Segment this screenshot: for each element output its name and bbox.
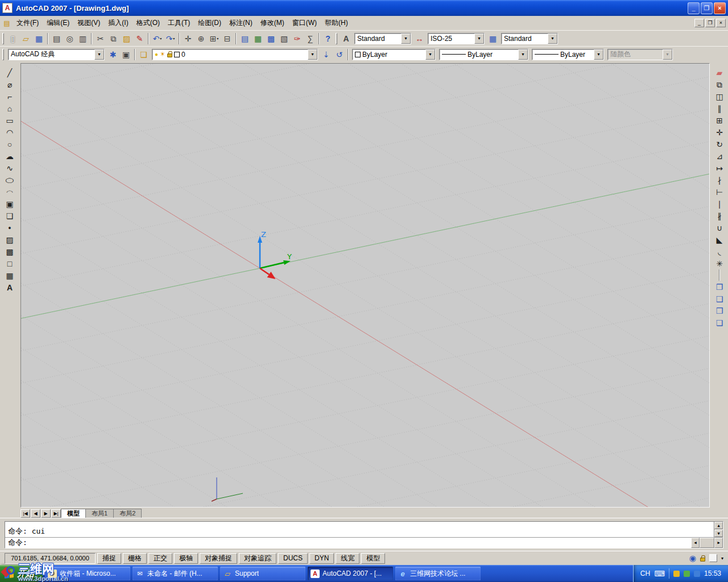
publish-icon[interactable]: ▥	[76, 32, 89, 45]
tray-icon[interactable]	[673, 571, 680, 577]
chamfer-icon[interactable]: ◣	[713, 234, 726, 246]
toolbar-grip[interactable]	[2, 33, 4, 44]
offset-icon[interactable]: ∥	[713, 102, 726, 114]
trim-icon[interactable]: ∤	[713, 174, 726, 186]
table-style-dropdown[interactable]: Standard ▼	[501, 33, 558, 44]
line-icon[interactable]: ╱	[3, 66, 16, 78]
toolbar-lock-icon[interactable]	[700, 558, 705, 562]
tab-first-button[interactable]: |◀	[20, 509, 30, 518]
layer-dropdown[interactable]: ● ☀ 0 ▼	[152, 49, 318, 60]
tab-next-button[interactable]: ▶	[41, 509, 51, 518]
tab-layout1[interactable]: 布局1	[85, 509, 114, 518]
toolbar-grip[interactable]	[2, 49, 4, 60]
table-style-dropdown-arrow[interactable]: ▼	[548, 34, 557, 44]
menu-modify[interactable]: 修改(M)	[257, 16, 288, 30]
arc-icon[interactable]: ◠	[3, 126, 16, 138]
point-icon[interactable]: •	[3, 222, 16, 234]
draworder-bring-front-icon[interactable]: ❐	[713, 281, 726, 293]
mdi-restore-button[interactable]: ❐	[705, 19, 715, 27]
restore-button[interactable]: ❐	[701, 2, 713, 14]
layer-previous-icon[interactable]: ↺	[333, 48, 346, 61]
tray-icon[interactable]	[694, 571, 700, 577]
menu-tools[interactable]: 工具(T)	[164, 16, 194, 30]
minimize-button[interactable]: _	[688, 2, 700, 14]
autocad-app-icon[interactable]: A	[2, 3, 13, 13]
gradient-icon[interactable]: ▩	[3, 246, 16, 257]
spline-icon[interactable]: ∿	[3, 162, 16, 174]
extend-icon[interactable]: ⊢	[713, 186, 726, 198]
dim-style-button[interactable]: ↔	[413, 32, 426, 45]
taskbar-task-autocad[interactable]: A AutoCAD 2007 - [...	[308, 567, 393, 580]
explode-icon[interactable]: ✳	[713, 257, 726, 269]
tool-palettes-icon[interactable]: ▩	[264, 32, 278, 45]
model-toggle[interactable]: 模型	[361, 553, 385, 564]
taskbar-task-forum[interactable]: e 三维网技术论坛 ...	[395, 567, 481, 580]
menu-edit[interactable]: 编辑(E)	[43, 16, 73, 30]
start-button[interactable]: 开始	[0, 565, 43, 582]
ellipse-arc-icon[interactable]: ◠	[3, 186, 16, 198]
make-object-layer-current-icon[interactable]: ⇣	[320, 48, 333, 61]
dwg-document-icon[interactable]: ▤	[2, 19, 11, 28]
otrack-toggle[interactable]: 对象追踪	[239, 553, 276, 564]
copy-icon[interactable]: ⧉	[107, 32, 120, 45]
make-block-icon[interactable]: ❏	[3, 210, 16, 222]
workspace-dropdown[interactable]: AutoCAD 经典 ▼	[8, 49, 105, 60]
scroll-right-icon[interactable]: ▶	[714, 538, 723, 548]
color-dropdown[interactable]: ByLayer ▼	[352, 49, 436, 60]
lineweight-toggle[interactable]: 线宽	[336, 553, 359, 564]
layer-properties-manager-icon[interactable]: ❏	[137, 48, 150, 61]
ellipse-icon[interactable]: ◯	[3, 174, 16, 186]
snap-toggle[interactable]: 捕捉	[97, 553, 121, 564]
tab-layout2[interactable]: 布局2	[113, 509, 142, 518]
lineweight-dropdown-arrow[interactable]: ▼	[594, 49, 603, 60]
clean-screen-button[interactable]	[709, 554, 717, 562]
taskbar-task-support[interactable]: ▱ Support	[220, 567, 305, 580]
workspace-toolbars-icon[interactable]: ▣	[119, 48, 133, 61]
grid-toggle[interactable]: 栅格	[123, 553, 147, 564]
undo-icon[interactable]: ↶▾	[151, 32, 164, 45]
polygon-icon[interactable]: ⌂	[3, 102, 16, 114]
tab-model[interactable]: 模型	[61, 509, 86, 518]
command-input-line[interactable]: 命令: ◀ ▶	[5, 537, 723, 548]
osnap-toggle[interactable]: 对象捕捉	[200, 553, 237, 564]
polyline-icon[interactable]: ⌐	[3, 90, 16, 102]
move-icon[interactable]: ✛	[713, 126, 726, 138]
dim-style-dropdown-arrow[interactable]: ▼	[474, 34, 484, 44]
mdi-minimize-button[interactable]: _	[694, 19, 704, 27]
zoom-realtime-icon[interactable]: ⊕	[195, 32, 208, 45]
menu-window[interactable]: 窗口(W)	[288, 16, 321, 30]
command-hscrollbar[interactable]: ◀ ▶	[691, 538, 723, 548]
circle-icon[interactable]: ○	[3, 138, 16, 150]
match-properties-icon[interactable]: ✎	[133, 32, 146, 45]
erase-icon[interactable]: ▰	[713, 66, 726, 78]
menu-view[interactable]: 视图(V)	[73, 16, 104, 30]
text-style-dropdown[interactable]: Standard ▼	[354, 33, 411, 44]
plot-preview-icon[interactable]: ◎	[63, 32, 76, 45]
menu-help[interactable]: 帮助(H)	[321, 16, 352, 30]
draworder-above-icon[interactable]: ❒	[713, 305, 726, 317]
linetype-dropdown[interactable]: ByLayer ▼	[439, 49, 528, 60]
stretch-icon[interactable]: ↦	[713, 162, 726, 174]
scroll-up-icon[interactable]: ▲	[714, 522, 723, 529]
array-icon[interactable]: ⊞	[713, 114, 726, 126]
menu-format[interactable]: 格式(O)	[133, 16, 164, 30]
menu-file[interactable]: 文件(F)	[13, 16, 43, 30]
drawing-canvas[interactable]: ZY	[20, 63, 710, 508]
dyn-toggle[interactable]: DYN	[309, 553, 334, 564]
rectangle-icon[interactable]: ▭	[3, 114, 16, 126]
ortho-toggle[interactable]: 正交	[148, 553, 172, 564]
tab-prev-button[interactable]: ◀	[31, 509, 40, 518]
insert-block-icon[interactable]: ▣	[3, 198, 16, 210]
workspace-settings-icon[interactable]: ✱	[106, 48, 119, 61]
workspace-dropdown-arrow[interactable]: ▼	[94, 49, 104, 60]
dim-style-dropdown[interactable]: ISO-25 ▼	[428, 33, 485, 44]
markup-manager-icon[interactable]: ✑	[291, 32, 304, 45]
taskbar-task-outlook[interactable]: O 收件箱 - Microso...	[45, 567, 130, 580]
polar-toggle[interactable]: 极轴	[174, 553, 198, 564]
scroll-down-icon[interactable]: ▼	[714, 530, 723, 537]
quickcalc-icon[interactable]: ∑	[304, 32, 317, 45]
table-icon[interactable]: ▦	[3, 269, 16, 281]
fillet-icon[interactable]: ◟	[713, 246, 726, 257]
lineweight-dropdown[interactable]: ByLayer ▼	[532, 49, 604, 60]
menu-draw[interactable]: 绘图(D)	[194, 16, 225, 30]
